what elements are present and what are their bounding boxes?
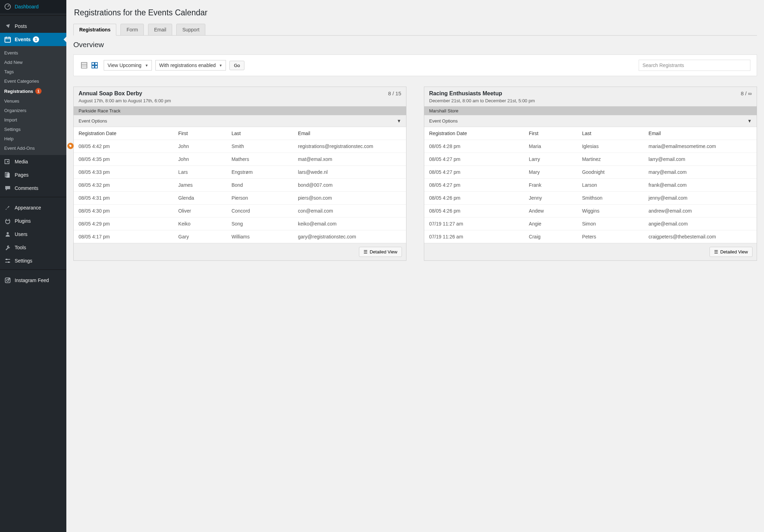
col-email: Email <box>293 127 406 140</box>
sidebar-subitem-settings[interactable]: Settings <box>0 125 66 134</box>
cell-last: Mathers <box>227 153 293 166</box>
cell-regdate: 08/05 4:32 pm <box>74 179 174 192</box>
table-row[interactable]: 08/05 4:17 pm Gary Williams gary@registr… <box>74 230 406 243</box>
event-footer: ☰ Detailed View <box>74 243 406 260</box>
table-row[interactable]: 07/19 11:27 am Angie Simon angie@email.c… <box>424 217 757 230</box>
grid-view-button[interactable] <box>90 61 99 69</box>
sidebar-item-tools[interactable]: Tools <box>0 241 66 254</box>
cell-last: Bond <box>227 179 293 192</box>
cell-email: gary@registrationstec.com <box>293 230 406 243</box>
sidebar-subitem-tags[interactable]: Tags <box>0 67 66 76</box>
table-row[interactable]: 08/05 4:26 pm Andew Wiggins andrew@email… <box>424 205 757 217</box>
event-date: December 21st, 8:00 am to December 21st,… <box>429 98 752 103</box>
cell-email: registrations@registrationstec.com <box>293 140 406 153</box>
sidebar-separator <box>0 269 66 272</box>
tab-form[interactable]: Form <box>120 24 144 36</box>
filter-timeframe-select[interactable]: View Upcoming <box>104 60 152 71</box>
detailed-view-button[interactable]: ☰ Detailed View <box>359 247 402 257</box>
event-title: Annual Soap Box Derby <box>79 90 401 97</box>
sidebar-subitem-venues[interactable]: Venues <box>0 96 66 106</box>
cell-email: mat@emal.xom <box>293 153 406 166</box>
sidebar-subitem-organizers[interactable]: Organizers <box>0 106 66 115</box>
table-row[interactable]: 08/05 4:31 pm Glenda Pierson piers@son.c… <box>74 192 406 205</box>
sidebar-subitem-import[interactable]: Import <box>0 115 66 125</box>
cell-regdate: 08/05 4:27 pm <box>424 179 524 192</box>
cell-first: Larry <box>524 153 577 166</box>
sidebar-item-pages[interactable]: Pages <box>0 168 66 182</box>
event-options-toggle[interactable]: Event Options ▼ <box>74 115 406 127</box>
cell-email: craigpeters@thebestemail.com <box>644 230 757 243</box>
svg-point-11 <box>6 259 7 260</box>
tab-registrations[interactable]: Registrations <box>73 24 116 36</box>
event-options-toggle[interactable]: Event Options ▼ <box>424 115 757 127</box>
cell-regdate: 08/05 4:17 pm <box>74 230 174 243</box>
table-row[interactable]: 08/05 4:28 pm Maria Iglesias maria@email… <box>424 140 757 153</box>
cell-regdate: 08/05 4:27 pm <box>424 153 524 166</box>
cell-first: Gary <box>174 230 227 243</box>
table-row[interactable]: 08/05 4:42 pm John Smith registrations@r… <box>74 140 406 153</box>
cell-email: maria@emailmesometime.com <box>644 140 757 153</box>
cell-first: James <box>174 179 227 192</box>
col-last: Last <box>227 127 293 140</box>
sidebar-label: Settings <box>15 258 32 264</box>
sidebar-item-comments[interactable]: Comments <box>0 182 66 195</box>
cell-email: frank@email.com <box>644 179 757 192</box>
cell-first: Lars <box>174 166 227 179</box>
table-row[interactable]: 08/05 4:27 pm Frank Larson frank@email.c… <box>424 179 757 192</box>
sidebar-subitem-add-new[interactable]: Add New <box>0 58 66 67</box>
detailed-view-button[interactable]: ☰ Detailed View <box>710 247 752 257</box>
col-first: First <box>524 127 577 140</box>
sidebar-separator <box>0 197 66 199</box>
filter-toolbar: View Upcoming With registrations enabled… <box>73 54 757 76</box>
svg-point-15 <box>9 279 9 279</box>
sidebar-item-appearance[interactable]: Appearance <box>0 201 66 214</box>
cell-email: larry@email.com <box>644 153 757 166</box>
sidebar-subitem-help[interactable]: Help <box>0 134 66 143</box>
sidebar-subitem-events[interactable]: Events <box>0 48 66 58</box>
sidebar-subitem-registrations[interactable]: Registrations1 <box>0 86 66 96</box>
sidebar-item-dashboard[interactable]: Dashboard <box>0 0 66 13</box>
col-last: Last <box>577 127 644 140</box>
svg-rect-1 <box>5 37 10 42</box>
list-bullets-icon: ☰ <box>363 249 368 254</box>
sidebar-item-events[interactable]: Events 1 <box>0 33 66 46</box>
sidebar-item-plugins[interactable]: Plugins <box>0 214 66 228</box>
table-row[interactable]: 08/05 4:26 pm Jenny Smithson jenny@email… <box>424 192 757 205</box>
cell-last: Williams <box>227 230 293 243</box>
wrench-icon <box>4 244 11 251</box>
cell-regdate: 08/05 4:29 pm <box>74 217 174 230</box>
sidebar-subitem-addons[interactable]: Event Add-Ons <box>0 143 66 153</box>
table-row[interactable]: 08/05 4:29 pm Keiko Song keiko@email.com <box>74 217 406 230</box>
cell-last: Smithson <box>577 192 644 205</box>
view-toggle <box>80 61 99 69</box>
filter-registration-wrap: With registrations enabled <box>155 60 226 71</box>
search-input[interactable] <box>639 60 750 71</box>
table-row[interactable]: 08/05 4:27 pm Larry Martinez larry@email… <box>424 153 757 166</box>
cell-email: andrew@email.com <box>644 205 757 217</box>
list-view-button[interactable] <box>80 61 88 69</box>
sidebar-item-instagram[interactable]: Instagram Feed <box>0 274 66 287</box>
sidebar-label: Events <box>15 37 31 42</box>
sidebar-subitem-categories[interactable]: Event Categories <box>0 76 66 86</box>
sidebar-item-settings[interactable]: Settings <box>0 254 66 267</box>
cell-last: Song <box>227 217 293 230</box>
cell-email: jenny@email.com <box>644 192 757 205</box>
table-row[interactable]: 08/05 4:30 pm Oliver Concord con@email.c… <box>74 205 406 217</box>
table-row[interactable]: 08/05 4:33 pm Lars Engstrøm lars@wede.nl <box>74 166 406 179</box>
sidebar-item-posts[interactable]: Posts <box>0 20 66 33</box>
filter-registration-select[interactable]: With registrations enabled <box>155 60 226 71</box>
tab-support[interactable]: Support <box>176 24 205 36</box>
table-row[interactable]: 08/05 4:35 pm John Mathers mat@emal.xom <box>74 153 406 166</box>
sidebar-item-media[interactable]: Media <box>0 155 66 168</box>
col-regdate: Registration Date <box>74 127 174 140</box>
go-button[interactable]: Go <box>229 61 244 70</box>
table-row[interactable]: 08/05 4:27 pm Mary Goodnight mary@email.… <box>424 166 757 179</box>
table-row[interactable]: 07/19 11:26 am Craig Peters craigpeters@… <box>424 230 757 243</box>
cell-first: Oliver <box>174 205 227 217</box>
cell-email: lars@wede.nl <box>293 166 406 179</box>
tab-email[interactable]: Email <box>148 24 172 36</box>
sidebar-item-users[interactable]: Users <box>0 228 66 241</box>
tag-marker-icon <box>67 143 74 149</box>
table-row[interactable]: 08/05 4:32 pm James Bond bond@007.com <box>74 179 406 192</box>
table-header-row: Registration Date First Last Email <box>424 127 757 140</box>
